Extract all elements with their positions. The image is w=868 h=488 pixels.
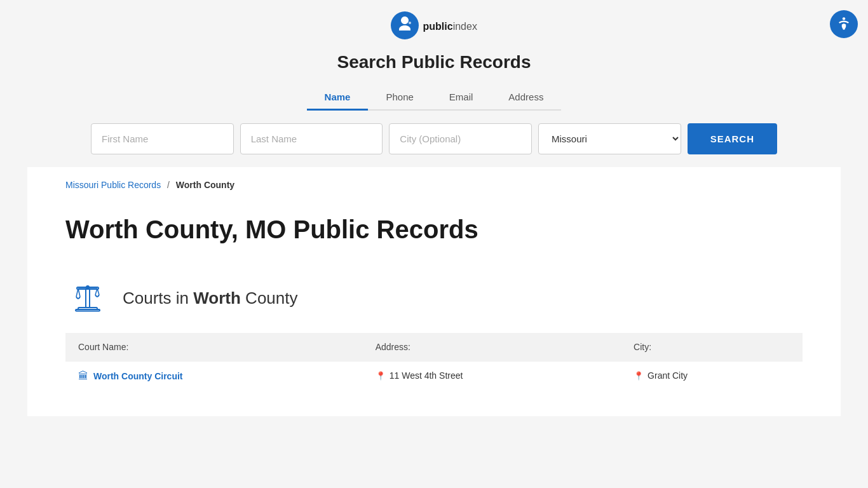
address-icon: 📍	[376, 371, 386, 381]
col-city: City:	[621, 333, 803, 362]
court-building-icon: 🏛	[78, 370, 88, 382]
breadcrumb-current: Worth County	[176, 180, 234, 190]
tab-address[interactable]: Address	[491, 85, 561, 111]
city-input[interactable]	[389, 123, 532, 154]
search-form: Missouri Alabama Alaska Arizona Arkansas…	[53, 123, 815, 154]
courts-icon	[65, 276, 110, 320]
courts-section-header: Courts in Worth County	[65, 263, 803, 333]
svg-rect-2	[86, 288, 90, 308]
svg-rect-5	[76, 309, 100, 311]
col-court-name: Court Name:	[65, 333, 363, 362]
court-address-text: 11 West 4th Street	[390, 370, 463, 381]
search-button[interactable]: SEARCH	[688, 123, 777, 154]
logo-icon	[391, 11, 419, 39]
courts-table: Court Name: Address: City: 🏛 Worth Count…	[65, 333, 803, 391]
court-name-cell: 🏛 Worth County Circuit	[65, 362, 363, 391]
table-row: 🏛 Worth County Circuit 📍 11 West 4th Str…	[65, 362, 803, 391]
logo-text: publicindex	[423, 21, 477, 32]
city-icon: 📍	[634, 371, 644, 381]
search-tabs: Name Phone Email Address	[307, 85, 562, 111]
first-name-input[interactable]	[91, 123, 234, 154]
logo-bold: public	[423, 21, 453, 32]
court-city-cell: 📍 Grant City	[621, 362, 803, 391]
svg-line-9	[76, 288, 78, 297]
tab-name[interactable]: Name	[307, 85, 369, 111]
courts-section: Courts in Worth County Court Name: Addre…	[65, 263, 803, 391]
breadcrumb: Missouri Public Records / Worth County	[65, 167, 803, 196]
tab-phone[interactable]: Phone	[368, 85, 431, 111]
accessibility-button[interactable]	[830, 10, 858, 38]
state-select[interactable]: Missouri Alabama Alaska Arizona Arkansas…	[538, 123, 681, 154]
breadcrumb-separator: /	[167, 180, 170, 190]
page-title: Search Public Records	[0, 52, 868, 72]
logo-container: publicindex	[0, 15, 868, 39]
logo-light: index	[453, 21, 477, 32]
col-address: Address:	[363, 333, 621, 362]
breadcrumb-parent-link[interactable]: Missouri Public Records	[65, 180, 161, 190]
court-city-text: Grant City	[648, 370, 688, 381]
main-content: Missouri Public Records / Worth County W…	[27, 167, 841, 416]
header-area: publicindex Search Public Records Name P…	[0, 0, 868, 167]
tab-email[interactable]: Email	[431, 85, 491, 111]
last-name-input[interactable]	[240, 123, 383, 154]
county-page-title: Worth County, MO Public Records	[65, 196, 803, 263]
table-header-row: Court Name: Address: City:	[65, 333, 803, 362]
courts-section-title: Courts in Worth County	[123, 288, 298, 308]
court-address-cell: 📍 11 West 4th Street	[363, 362, 621, 391]
court-name-link[interactable]: Worth County Circuit	[93, 371, 183, 381]
svg-point-0	[843, 17, 845, 20]
